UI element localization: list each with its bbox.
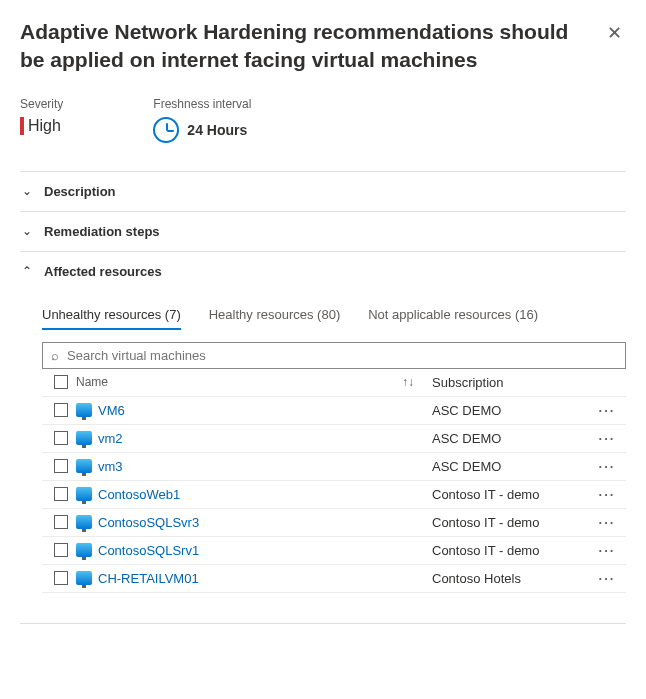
section-description-label: Description bbox=[44, 184, 116, 199]
chevron-down-icon: ⌄ bbox=[20, 224, 34, 238]
table-row: ContosoSQLSrv1Contoso IT - demo··· bbox=[42, 537, 626, 565]
section-affected-label: Affected resources bbox=[44, 264, 162, 279]
row-menu-button[interactable]: ··· bbox=[592, 459, 622, 474]
page-title: Adaptive Network Hardening recommendatio… bbox=[20, 18, 583, 75]
subscription-cell: Contoso IT - demo bbox=[432, 515, 592, 530]
resource-link[interactable]: ContosoSQLSrv1 bbox=[98, 543, 199, 558]
section-remediation-label: Remediation steps bbox=[44, 224, 160, 239]
subscription-cell: ASC DEMO bbox=[432, 459, 592, 474]
table-row: ContosoSQLSvr3Contoso IT - demo··· bbox=[42, 509, 626, 537]
vm-icon bbox=[76, 403, 92, 417]
section-remediation[interactable]: ⌄ Remediation steps bbox=[20, 212, 626, 252]
subscription-cell: Contoso IT - demo bbox=[432, 543, 592, 558]
row-menu-button[interactable]: ··· bbox=[592, 431, 622, 446]
row-menu-button[interactable]: ··· bbox=[592, 571, 622, 586]
row-menu-button[interactable]: ··· bbox=[592, 515, 622, 530]
vm-icon bbox=[76, 459, 92, 473]
tab-healthy[interactable]: Healthy resources (80) bbox=[209, 301, 341, 330]
severity-value: High bbox=[20, 117, 63, 135]
vm-icon bbox=[76, 515, 92, 529]
section-affected[interactable]: ⌃ Affected resources bbox=[20, 252, 626, 291]
resource-link[interactable]: ContosoSQLSvr3 bbox=[98, 515, 199, 530]
search-icon: ⌕ bbox=[51, 348, 59, 363]
table-row: ContosoWeb1Contoso IT - demo··· bbox=[42, 481, 626, 509]
severity-block: Severity High bbox=[20, 97, 63, 143]
search-box[interactable]: ⌕ bbox=[42, 342, 626, 369]
table-row: vm2ASC DEMO··· bbox=[42, 425, 626, 453]
row-checkbox[interactable] bbox=[54, 487, 68, 501]
column-subscription[interactable]: Subscription bbox=[432, 375, 592, 390]
severity-label: Severity bbox=[20, 97, 63, 111]
subscription-cell: ASC DEMO bbox=[432, 431, 592, 446]
divider bbox=[20, 623, 626, 624]
subscription-cell: ASC DEMO bbox=[432, 403, 592, 418]
freshness-value: 24 Hours bbox=[187, 122, 247, 138]
table-row: CH-RETAILVM01Contoso Hotels··· bbox=[42, 565, 626, 593]
resource-link[interactable]: CH-RETAILVM01 bbox=[98, 571, 199, 586]
table-header: Name ↑↓ Subscription bbox=[42, 369, 626, 397]
subscription-cell: Contoso IT - demo bbox=[432, 487, 592, 502]
vm-icon bbox=[76, 431, 92, 445]
vm-icon bbox=[76, 487, 92, 501]
resource-link[interactable]: VM6 bbox=[98, 403, 125, 418]
vm-icon bbox=[76, 571, 92, 585]
row-menu-button[interactable]: ··· bbox=[592, 487, 622, 502]
row-checkbox[interactable] bbox=[54, 403, 68, 417]
row-checkbox[interactable] bbox=[54, 515, 68, 529]
vm-icon bbox=[76, 543, 92, 557]
search-input[interactable] bbox=[65, 347, 617, 364]
resource-tabs: Unhealthy resources (7) Healthy resource… bbox=[42, 301, 626, 330]
tab-unhealthy[interactable]: Unhealthy resources (7) bbox=[42, 301, 181, 330]
chevron-down-icon: ⌄ bbox=[20, 184, 34, 198]
table-row: vm3ASC DEMO··· bbox=[42, 453, 626, 481]
row-checkbox[interactable] bbox=[54, 571, 68, 585]
resource-link[interactable]: ContosoWeb1 bbox=[98, 487, 180, 502]
row-menu-button[interactable]: ··· bbox=[592, 403, 622, 418]
subscription-cell: Contoso Hotels bbox=[432, 571, 592, 586]
freshness-label: Freshness interval bbox=[153, 97, 251, 111]
column-name[interactable]: Name bbox=[76, 375, 402, 389]
select-all-checkbox[interactable] bbox=[54, 375, 68, 389]
chevron-up-icon: ⌃ bbox=[20, 264, 34, 278]
tab-not-applicable[interactable]: Not applicable resources (16) bbox=[368, 301, 538, 330]
resource-link[interactable]: vm3 bbox=[98, 459, 123, 474]
row-checkbox[interactable] bbox=[54, 459, 68, 473]
table-row: VM6ASC DEMO··· bbox=[42, 397, 626, 425]
row-menu-button[interactable]: ··· bbox=[592, 543, 622, 558]
row-checkbox[interactable] bbox=[54, 431, 68, 445]
resource-link[interactable]: vm2 bbox=[98, 431, 123, 446]
section-description[interactable]: ⌄ Description bbox=[20, 172, 626, 212]
close-icon: ✕ bbox=[607, 23, 622, 43]
freshness-block: Freshness interval 24 Hours bbox=[153, 97, 251, 143]
sort-icon[interactable]: ↑↓ bbox=[402, 375, 432, 389]
row-checkbox[interactable] bbox=[54, 543, 68, 557]
close-button[interactable]: ✕ bbox=[603, 18, 626, 48]
clock-icon bbox=[153, 117, 179, 143]
